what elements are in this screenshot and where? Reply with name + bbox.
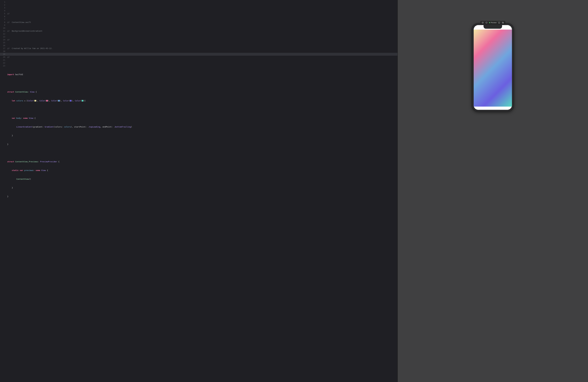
line-number: 9 — [0, 24, 5, 27]
code-text: var — [7, 117, 15, 119]
code-text: // — [7, 30, 12, 32]
line-number: 14 — [0, 38, 5, 41]
line-number: 6 — [0, 15, 5, 18]
code-text: ( — [69, 100, 70, 102]
code-text: } — [7, 143, 8, 145]
color-swatch-icon[interactable] — [46, 100, 48, 102]
duplicate-preview-icon[interactable] — [502, 22, 504, 24]
code-text: } — [7, 187, 13, 189]
line-number: 17 — [0, 47, 5, 50]
code-text: , — [37, 100, 40, 102]
preview-device-frame[interactable] — [472, 23, 514, 112]
code-text: SwiftUI — [14, 73, 23, 76]
line-number: 1 — [0, 0, 5, 3]
code-text: ) — [71, 100, 73, 102]
preview-gradient-content — [474, 30, 512, 107]
line-number: 13 — [0, 35, 5, 38]
code-text: ) — [60, 100, 61, 102]
code-text: } — [7, 195, 8, 198]
code-text: View — [40, 169, 46, 171]
color-swatch-icon[interactable] — [58, 100, 60, 102]
code-text: BackgroundAnimationGradient — [12, 30, 42, 32]
device-notch — [483, 25, 502, 29]
device-settings-icon[interactable] — [498, 22, 500, 24]
code-text: let — [7, 100, 15, 102]
line-number: 21 — [0, 59, 5, 62]
code-text: Color — [63, 100, 69, 102]
code-text: // — [7, 12, 10, 15]
code-text: ( — [57, 100, 58, 102]
code-text: ContentView.swift — [12, 21, 31, 23]
preview-device-screen — [474, 25, 512, 110]
xcode-window: 1234567891011121314151617181920212223 //… — [0, 0, 588, 382]
line-number: 8 — [0, 21, 5, 24]
line-number: 5 — [0, 12, 5, 15]
code-text: colors — [15, 100, 23, 102]
code-text: Gradient — [45, 126, 54, 128]
line-number: 11 — [0, 30, 5, 32]
svg-rect-7 — [502, 22, 503, 23]
code-text: import — [7, 73, 14, 76]
code-text: ) — [131, 126, 132, 128]
svg-rect-8 — [503, 22, 504, 23]
line-number: 22 — [0, 62, 5, 64]
code-text — [7, 178, 16, 180]
code-text: : — [38, 160, 40, 163]
code-text: topLeading — [89, 126, 100, 128]
code-text: Color — [51, 100, 57, 102]
preview-toolbar: Preview — [480, 21, 505, 24]
code-text: , — [49, 100, 51, 102]
code-text: struct — [7, 160, 14, 163]
color-swatch-icon[interactable] — [70, 100, 71, 102]
code-text: // — [7, 56, 10, 58]
code-text: // — [7, 47, 12, 49]
code-text: ) — [48, 100, 49, 102]
code-text: , endPoint: . — [100, 126, 115, 128]
code-text — [7, 126, 16, 128]
line-number: 3 — [0, 6, 5, 9]
line-number: 4 — [0, 9, 5, 12]
code-text: = [ — [23, 100, 28, 102]
code-text: bottomTrailing — [115, 126, 131, 128]
code-text: some — [36, 169, 40, 171]
code-text: Color — [40, 100, 45, 102]
code-text: , — [73, 100, 75, 102]
code-text: (gradient: — [32, 126, 45, 128]
code-text: ) — [83, 100, 84, 102]
code-text: ( — [81, 100, 82, 102]
code-text: // — [7, 21, 12, 23]
code-text: body — [15, 117, 21, 119]
code-area[interactable]: // // ContentView.swift // BackgroundAni… — [6, 0, 398, 382]
preview-canvas-pane[interactable]: Preview — [398, 0, 588, 382]
line-number: 10 — [0, 27, 5, 30]
preview-status-label: Preview — [491, 22, 497, 23]
code-text: var — [19, 169, 23, 171]
code-text: Created by Willie Yam on 2021-03-12. — [12, 47, 53, 49]
code-text: : — [33, 169, 36, 171]
line-number: 12 — [0, 32, 5, 35]
line-number: 23 — [0, 64, 5, 67]
code-text: ), startPoint: . — [71, 126, 89, 128]
code-text: Color — [75, 100, 81, 102]
inspect-icon[interactable] — [485, 22, 488, 24]
code-text: { — [57, 160, 59, 163]
code-text: PreviewProvider — [40, 160, 57, 163]
current-line-highlight — [0, 53, 398, 56]
code-text: previews — [23, 169, 33, 171]
live-preview-icon[interactable] — [482, 22, 484, 24]
color-swatch-icon[interactable] — [82, 100, 83, 102]
code-text: ContentView_Previews — [14, 160, 38, 163]
code-editor-pane[interactable]: 1234567891011121314151617181920212223 //… — [0, 0, 398, 382]
code-text: LinearGradient — [16, 126, 32, 128]
code-text: ContentView — [14, 91, 28, 93]
code-text: { — [46, 169, 48, 171]
code-text: , — [61, 100, 63, 102]
code-text: Color — [28, 100, 33, 102]
color-swatch-icon[interactable] — [35, 100, 36, 102]
safe-area-bottom — [474, 107, 512, 110]
code-text: { — [35, 91, 37, 93]
code-text: ) — [36, 100, 37, 102]
line-number: 16 — [0, 44, 5, 47]
code-text: colors — [64, 126, 71, 128]
code-text: ( — [33, 100, 35, 102]
